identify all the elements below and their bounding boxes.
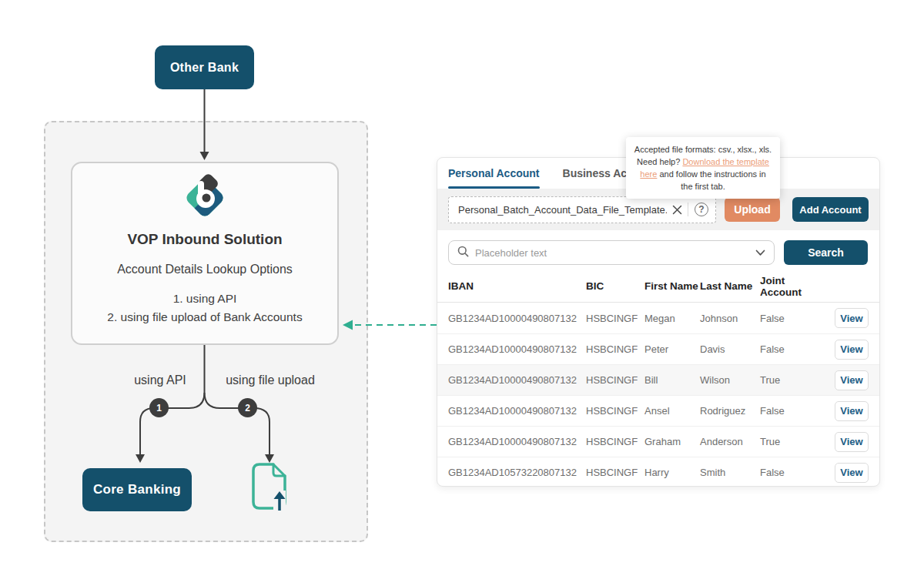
cell-joint-account: False	[760, 467, 825, 478]
cell-bic: HSBCINGF	[586, 405, 644, 417]
view-button[interactable]: View	[835, 340, 869, 360]
vop-logo-icon	[180, 173, 229, 226]
view-button[interactable]: View	[835, 308, 869, 328]
core-banking-node: Core Banking	[82, 468, 192, 511]
accounts-table: IBAN BIC First Name Last Name Joint Acco…	[437, 270, 879, 487]
solution-option-api: 1. using API	[107, 290, 302, 308]
cell-last-name: Anderson	[700, 436, 760, 447]
cell-iban: GB1234AD10000490807132	[448, 374, 586, 386]
help-icon[interactable]: ?	[695, 203, 708, 216]
table-row: GB1234AD10000490807132 HSBCINGF Peter Da…	[437, 333, 879, 364]
cell-joint-account: False	[760, 343, 825, 355]
search-icon	[457, 246, 469, 260]
search-button[interactable]: Search	[784, 240, 868, 265]
cell-first-name: Peter	[644, 343, 700, 355]
tab-personal-account-label: Personal Account	[448, 167, 540, 179]
column-header-bic: BIC	[586, 280, 644, 292]
cell-joint-account: True	[760, 374, 825, 386]
cell-first-name: Megan	[644, 313, 700, 324]
cell-bic: HSBCINGF	[586, 313, 644, 324]
clear-file-icon[interactable]	[667, 205, 688, 215]
cell-first-name: Ansel	[644, 405, 700, 417]
branch-label-file-upload: using file upload	[213, 373, 328, 387]
chevron-down-icon[interactable]	[755, 246, 765, 260]
table-row: GB1234AD10000490807132 HSBCINGF Ansel Ro…	[437, 395, 879, 426]
other-bank-label: Other Bank	[170, 61, 239, 75]
tooltip-text: and follow the instructions in the first…	[657, 169, 765, 191]
cell-iban: GB1234AD10000490807132	[448, 436, 586, 447]
upload-button[interactable]: Upload	[725, 197, 780, 222]
view-button[interactable]: View	[835, 370, 869, 390]
cell-bic: HSBCINGF	[586, 467, 644, 478]
search-input[interactable]	[475, 247, 749, 259]
column-header-last-name: Last Name	[700, 280, 760, 292]
file-input[interactable]: Personal_Batch_Account_Data_File_Templat…	[448, 196, 716, 223]
search-field[interactable]	[448, 240, 775, 265]
table-row: GB1234AD10000490807132 HSBCINGF Graham A…	[437, 426, 879, 457]
other-bank-node: Other Bank	[155, 45, 254, 89]
table-row: GB1234AD10000490807132 HSBCINGF Megan Jo…	[437, 303, 879, 333]
tab-personal-account[interactable]: Personal Account	[448, 158, 540, 189]
cell-joint-account: False	[760, 313, 825, 324]
view-button[interactable]: View	[835, 463, 869, 483]
cell-iban: GB1234AD10573220807132	[448, 467, 586, 478]
cell-first-name: Harry	[644, 467, 700, 478]
solution-subtitle: Account Details Lookup Options	[117, 263, 293, 276]
cell-last-name: Wilson	[700, 374, 760, 386]
column-header-joint-account: Joint Account	[760, 275, 825, 298]
table-header-row: IBAN BIC First Name Last Name Joint Acco…	[437, 270, 879, 303]
add-account-button[interactable]: Add Account	[792, 197, 869, 222]
cell-last-name: Davis	[700, 343, 760, 355]
core-banking-label: Core Banking	[93, 482, 181, 497]
cell-first-name: Bill	[644, 374, 700, 386]
table-row: GB1234AD10000490807132 HSBCINGF Bill Wil…	[437, 364, 879, 395]
cell-first-name: Graham	[644, 436, 700, 447]
cell-iban: GB1234AD10000490807132	[448, 343, 586, 355]
table-row: GB1234AD10573220807132 HSBCINGF Harry Sm…	[437, 457, 879, 487]
vop-solution-node: VOP Inbound Solution Account Details Loo…	[71, 162, 339, 345]
selected-filename: Personal_Batch_Account_Data_File_Templat…	[458, 204, 667, 216]
cell-joint-account: True	[760, 436, 825, 447]
column-header-iban: IBAN	[448, 280, 586, 292]
solution-option-file-upload: 2. using file upload of Bank Accounts	[107, 308, 302, 326]
upload-help-tooltip: Accepted file formats: csv., xlsx., xls.…	[626, 137, 780, 199]
search-toolbar: Search	[437, 230, 879, 265]
input-divider	[688, 203, 688, 216]
cell-bic: HSBCINGF	[586, 343, 644, 355]
cell-joint-account: False	[760, 405, 825, 417]
cell-iban: GB1234AD10000490807132	[448, 405, 586, 417]
cell-iban: GB1234AD10000490807132	[448, 313, 586, 324]
branch-label-api: using API	[122, 373, 199, 387]
view-button[interactable]: View	[835, 432, 869, 452]
account-panel: Personal Account Business Account Person…	[437, 157, 880, 487]
step-badge-1: 1	[149, 398, 169, 417]
cell-bic: HSBCINGF	[586, 374, 644, 386]
solution-title: VOP Inbound Solution	[127, 231, 282, 248]
file-upload-icon	[249, 461, 291, 517]
step-badge-2: 2	[238, 398, 257, 417]
column-header-first-name: First Name	[644, 280, 700, 292]
cell-last-name: Johnson	[700, 313, 760, 324]
view-button[interactable]: View	[835, 401, 869, 421]
cell-bic: HSBCINGF	[586, 436, 644, 447]
cell-last-name: Rodriguez	[700, 405, 760, 417]
cell-last-name: Smith	[700, 467, 760, 478]
